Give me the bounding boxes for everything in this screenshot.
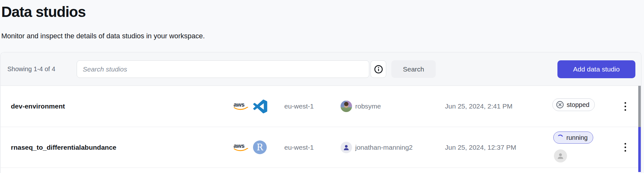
search-button[interactable]: Search: [391, 60, 436, 78]
user-name: robsyme: [355, 102, 381, 110]
status-label: stopped: [567, 101, 589, 109]
status-badge: stopped: [552, 98, 595, 111]
user-cell: robsyme: [341, 86, 381, 127]
anonymous-avatar: [554, 149, 567, 162]
table-row[interactable]: rnaseq_to_differentialabundance aws R eu…: [1, 127, 641, 168]
r-studio-icon: R: [253, 140, 267, 154]
aws-logo-icon: aws: [233, 101, 249, 112]
scrollbar-thumb[interactable]: [638, 86, 641, 127]
user-avatar: [341, 101, 352, 112]
user-name: jonathan-manning2: [355, 144, 413, 151]
showing-count: Showing 1-4 of 4: [7, 52, 55, 86]
search-input[interactable]: [77, 60, 369, 78]
aws-logo-icon: aws: [233, 142, 249, 153]
status-badge: running: [553, 132, 593, 144]
table-row: [1, 168, 641, 173]
page-subtitle: Monitor and inspect the details of data …: [1, 32, 205, 40]
scrollbar-thumb-active[interactable]: [638, 127, 641, 172]
created-date: Jun 25, 2024, 2:41 PM: [445, 86, 512, 127]
kebab-icon: [625, 102, 626, 111]
toolbar: Showing 1-4 of 4 Search Add data studio: [1, 52, 641, 86]
aws-logo-text: aws: [234, 101, 244, 108]
r-letter: R: [257, 142, 263, 152]
user-cell: jonathan-manning2: [341, 127, 413, 168]
aws-logo-text: aws: [234, 142, 244, 149]
status-label: running: [566, 134, 588, 141]
page-title: Data studios: [1, 3, 86, 20]
region-label: eu-west-1: [284, 127, 314, 168]
studio-environment-icons: aws: [233, 86, 267, 127]
studio-environment-icons: aws R: [233, 127, 267, 168]
studio-name[interactable]: dev-environment: [11, 86, 65, 127]
table-row[interactable]: dev-environment aws eu-west-1 robsyme Ju…: [1, 86, 641, 127]
studios-table: dev-environment aws eu-west-1 robsyme Ju…: [1, 86, 641, 173]
add-data-studio-button[interactable]: Add data studio: [557, 60, 635, 78]
kebab-icon: [625, 143, 626, 152]
studio-name[interactable]: rnaseq_to_differentialabundance: [11, 127, 116, 168]
search-info-button[interactable]: [371, 60, 386, 78]
studios-panel: Showing 1-4 of 4 Search Add data studio …: [0, 52, 641, 173]
user-avatar: [341, 142, 352, 153]
person-icon: [556, 152, 565, 160]
person-icon: [342, 144, 350, 151]
row-menu-button[interactable]: [622, 127, 629, 168]
info-circle-icon: [374, 65, 383, 74]
row-menu-button[interactable]: [622, 86, 629, 127]
x-circle-icon: [556, 101, 564, 109]
spinner-icon: [557, 134, 564, 141]
created-date: Jun 25, 2024, 12:37 PM: [445, 127, 516, 168]
vscode-icon: [253, 99, 267, 114]
region-label: eu-west-1: [284, 86, 314, 127]
